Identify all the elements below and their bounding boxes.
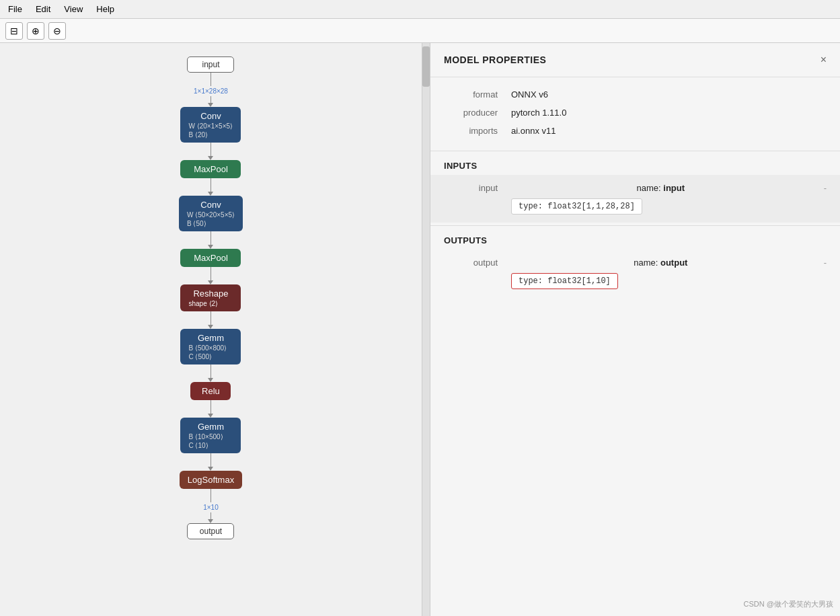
- gemm1-title: Gemm: [188, 333, 233, 343]
- conv1-node[interactable]: Conv W ⟨20×1×5×5⟩ B ⟨20⟩: [180, 107, 241, 143]
- imports-label: imports: [444, 126, 498, 136]
- output-field-label: output: [444, 258, 498, 268]
- maxpool1-node[interactable]: MaxPool: [180, 160, 241, 178]
- main-area: input 1×1×28×28 Conv W ⟨20×1×5×5⟩ B ⟨20⟩: [0, 43, 840, 616]
- divider-2: [430, 225, 840, 226]
- zoom-out-button[interactable]: ⊖: [48, 22, 66, 40]
- panel-header: MODEL PROPERTIES ×: [430, 43, 840, 77]
- input-type-row: type: float32[1,1,28,28]: [444, 196, 827, 215]
- input-name-row: input name: input -: [444, 180, 827, 196]
- label-1x10: 1×10: [203, 502, 219, 512]
- imports-value: ai.onnx v11: [511, 126, 827, 136]
- line-1: [211, 73, 211, 86]
- output-name-value: name: output: [634, 258, 687, 268]
- maxpool2-node[interactable]: MaxPool: [180, 249, 241, 267]
- line-7: [211, 364, 211, 378]
- input-name-value: name: input: [637, 183, 685, 193]
- line-6: [211, 311, 211, 325]
- connector-5: [208, 267, 213, 284]
- line-1b: [211, 96, 211, 103]
- line-10b: [211, 512, 211, 519]
- gemm1-node[interactable]: Gemm B ⟨500×800⟩ C ⟨500⟩: [180, 329, 241, 364]
- outputs-heading: OUTPUTS: [430, 229, 840, 249]
- logsoftmax-node[interactable]: LogSoftmax: [180, 471, 242, 489]
- line-2: [211, 143, 211, 156]
- line-9: [211, 453, 211, 467]
- producer-value: pytorch 1.11.0: [511, 108, 827, 118]
- output-type-box: type: float32[1,10]: [511, 273, 618, 289]
- maxpool2-title: MaxPool: [188, 253, 233, 263]
- reshape-title: Reshape: [188, 288, 233, 299]
- model-properties-section: format ONNX v6 producer pytorch 1.11.0 i…: [430, 77, 840, 148]
- relu-node[interactable]: Relu: [190, 382, 231, 400]
- connector-2: [208, 143, 213, 160]
- line-8: [211, 400, 211, 414]
- conv1-detail-w: W ⟨20×1×5×5⟩: [188, 122, 233, 130]
- relu-title: Relu: [198, 386, 223, 396]
- conv2-detail-b: B ⟨50⟩: [187, 220, 235, 227]
- gemm2-detail-b: B ⟨10×500⟩: [188, 433, 233, 440]
- menu-view[interactable]: View: [61, 3, 85, 15]
- maxpool1-title: MaxPool: [188, 164, 233, 174]
- format-label: format: [444, 89, 498, 100]
- connector-7: [208, 364, 213, 382]
- logsoftmax-title: LogSoftmax: [188, 475, 234, 485]
- close-button[interactable]: ×: [820, 54, 827, 66]
- connector-3: [208, 178, 213, 196]
- connector-10: 1×10: [203, 489, 219, 523]
- conv2-title: Conv: [187, 200, 235, 210]
- properties-panel: MODEL PROPERTIES × format ONNX v6 produc…: [430, 43, 840, 616]
- line-3: [211, 178, 211, 192]
- output-name-bold: output: [660, 258, 687, 268]
- output-type-row: type: float32[1,10]: [444, 270, 827, 289]
- gemm2-title: Gemm: [188, 422, 233, 432]
- input-node[interactable]: input: [187, 56, 234, 73]
- line-5: [211, 267, 211, 280]
- connector-8: [208, 400, 213, 418]
- line-4: [211, 231, 211, 245]
- toolbar: ⊟ ⊕ ⊖: [0, 19, 840, 43]
- connector-4: [208, 231, 213, 249]
- scrollbar-thumb[interactable]: [422, 46, 430, 87]
- label-1x1x28x28: 1×1×28×28: [194, 86, 228, 96]
- gemm1-detail-b: B ⟨500×800⟩: [188, 344, 233, 352]
- format-value: ONNX v6: [511, 89, 827, 100]
- gemm2-node[interactable]: Gemm B ⟨10×500⟩ C ⟨10⟩: [180, 418, 241, 453]
- producer-label: producer: [444, 108, 498, 118]
- reshape-node[interactable]: Reshape shape ⟨2⟩: [180, 284, 241, 311]
- inputs-heading: INPUTS: [430, 154, 840, 175]
- fit-button[interactable]: ⊟: [5, 22, 23, 40]
- input-field-label: input: [444, 183, 498, 193]
- watermark: CSDN @做个爱笑的大男孩: [744, 599, 833, 609]
- reshape-detail: shape ⟨2⟩: [188, 300, 233, 307]
- input-node-label: input: [202, 60, 219, 69]
- graph-scrollbar[interactable]: [422, 43, 430, 616]
- connector-6: [208, 311, 213, 329]
- menu-help[interactable]: Help: [93, 3, 117, 15]
- outputs-section: output name: output - type: float32[1,10…: [430, 249, 840, 297]
- graph-canvas[interactable]: input 1×1×28×28 Conv W ⟨20×1×5×5⟩ B ⟨20⟩: [0, 43, 422, 616]
- output-node-label: output: [200, 527, 222, 536]
- panel-title: MODEL PROPERTIES: [444, 54, 546, 65]
- divider-1: [430, 151, 840, 151]
- menu-file[interactable]: File: [5, 3, 25, 15]
- imports-row: imports ai.onnx v11: [444, 122, 827, 140]
- connector-1: 1×1×28×28: [194, 73, 228, 107]
- zoom-in-button[interactable]: ⊕: [27, 22, 44, 40]
- input-type-box: type: float32[1,1,28,28]: [511, 198, 642, 215]
- line-10: [211, 489, 211, 502]
- input-dash: -: [824, 183, 827, 193]
- menubar: File Edit View Help: [0, 0, 840, 19]
- inputs-section: input name: input - type: float32[1,1,28…: [430, 175, 840, 223]
- input-name-bold: input: [663, 183, 685, 193]
- graph-nodes: input 1×1×28×28 Conv W ⟨20×1×5×5⟩ B ⟨20⟩: [179, 56, 243, 539]
- format-row: format ONNX v6: [444, 85, 827, 104]
- conv2-detail-w: W ⟨50×20×5×5⟩: [187, 211, 235, 219]
- output-node[interactable]: output: [187, 523, 234, 539]
- gemm2-detail-c: C ⟨10⟩: [188, 442, 233, 449]
- gemm1-detail-c: C ⟨500⟩: [188, 353, 233, 360]
- conv1-detail-b: B ⟨20⟩: [188, 131, 233, 139]
- conv1-title: Conv: [188, 111, 233, 121]
- conv2-node[interactable]: Conv W ⟨50×20×5×5⟩ B ⟨50⟩: [179, 196, 243, 231]
- menu-edit[interactable]: Edit: [33, 3, 53, 15]
